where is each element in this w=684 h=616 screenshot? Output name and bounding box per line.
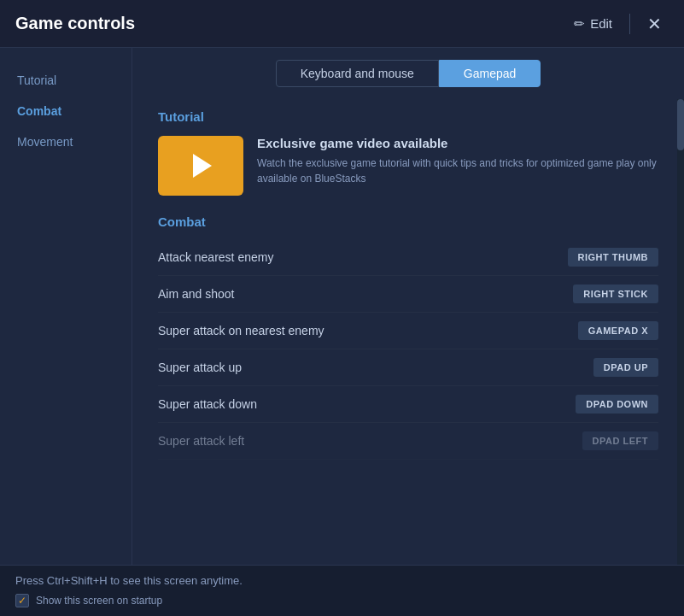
control-badge-super-up[interactable]: DPAD UP (593, 358, 658, 377)
tab-bar: Keyboard and mouse Gamepad (132, 48, 684, 96)
title-bar: Game controls ✏ Edit ✕ (0, 0, 684, 48)
close-icon: ✕ (647, 15, 662, 33)
control-badge-super-left[interactable]: DPAD LEFT (582, 431, 658, 450)
control-row-attack-nearest: Attack nearest enemy RIGHT THUMB (158, 239, 658, 276)
sidebar-item-movement[interactable]: Movement (0, 126, 132, 157)
scroll-area[interactable]: Tutorial Exclusive game video available … (132, 96, 684, 561)
startup-checkbox-area[interactable]: ✓ Show this screen on startup (15, 594, 243, 607)
video-thumbnail[interactable] (158, 136, 243, 196)
content-area: Keyboard and mouse Gamepad Tutorial Excl… (132, 48, 684, 565)
control-row-super-left: Super attack left DPAD LEFT (158, 423, 658, 460)
tab-keyboard[interactable]: Keyboard and mouse (276, 60, 439, 87)
control-row-super-down: Super attack down DPAD DOWN (158, 386, 658, 423)
control-badge-super-down[interactable]: DPAD DOWN (576, 395, 658, 414)
play-icon (193, 154, 212, 178)
bottom-stack: Press Ctrl+Shift+H to see this screen an… (15, 574, 243, 607)
control-label-super-up: Super attack up (158, 361, 242, 374)
bottom-bar: Press Ctrl+Shift+H to see this screen an… (0, 565, 684, 616)
control-label-aim-shoot: Aim and shoot (158, 287, 235, 301)
checkbox-check-icon: ✓ (18, 595, 26, 606)
startup-checkbox[interactable]: ✓ (15, 594, 29, 607)
control-label-super-nearest: Super attack on nearest enemy (158, 324, 324, 337)
startup-checkbox-label: Show this screen on startup (36, 595, 162, 607)
control-badge-aim-shoot[interactable]: RIGHT STICK (573, 285, 658, 303)
sidebar-item-combat[interactable]: Combat (0, 96, 132, 126)
edit-label: Edit (590, 16, 612, 31)
edit-icon: ✏ (574, 16, 585, 32)
sidebar: Tutorial Combat Movement (0, 48, 132, 565)
combat-heading: Combat (158, 214, 658, 229)
title-bar-left: Game controls (15, 14, 135, 33)
control-row-aim-shoot: Aim and shoot RIGHT STICK (158, 276, 658, 313)
control-badge-attack-nearest[interactable]: RIGHT THUMB (568, 248, 659, 267)
edit-button[interactable]: ✏ Edit (567, 13, 619, 35)
control-label-super-down: Super attack down (158, 397, 257, 411)
tutorial-heading: Tutorial (158, 109, 658, 124)
control-row-super-up: Super attack up DPAD UP (158, 349, 658, 386)
main-layout: Tutorial Combat Movement Keyboard and mo… (0, 48, 684, 565)
control-badge-super-nearest[interactable]: GAMEPAD X (578, 321, 658, 340)
sidebar-item-tutorial[interactable]: Tutorial (0, 65, 132, 96)
tutorial-text: Exclusive game video available Watch the… (257, 136, 658, 186)
scrollbar-thumb[interactable] (677, 99, 684, 150)
scrollbar-track (677, 99, 684, 565)
title-bar-right: ✏ Edit ✕ (567, 12, 669, 36)
tab-gamepad[interactable]: Gamepad (439, 60, 541, 87)
close-button[interactable]: ✕ (640, 12, 669, 36)
control-row-super-nearest: Super attack on nearest enemy GAMEPAD X (158, 313, 658, 349)
keyboard-hint: Press Ctrl+Shift+H to see this screen an… (15, 574, 243, 587)
control-label-super-left: Super attack left (158, 434, 244, 448)
tutorial-description: Watch the exclusive game tutorial with q… (257, 155, 658, 186)
tutorial-block: Exclusive game video available Watch the… (158, 136, 658, 196)
tutorial-title: Exclusive game video available (257, 136, 658, 150)
window-title: Game controls (15, 14, 135, 33)
control-label-attack-nearest: Attack nearest enemy (158, 250, 273, 264)
divider (629, 14, 630, 34)
